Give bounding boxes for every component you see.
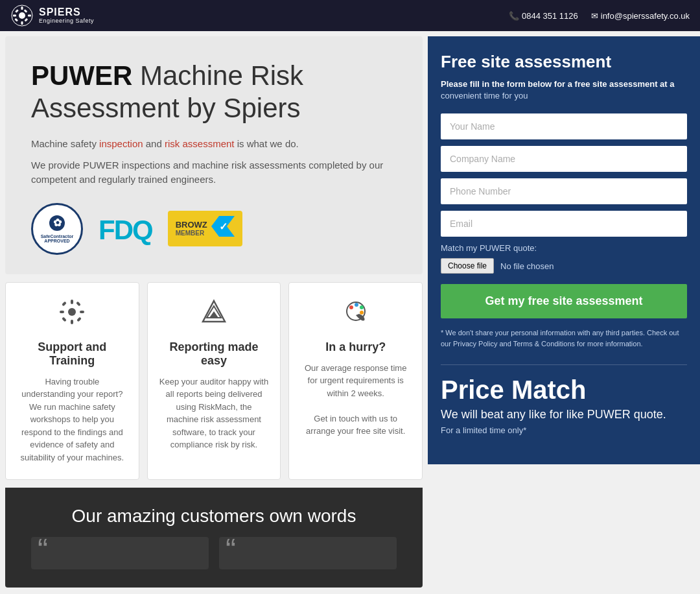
- svg-text:✿: ✿: [53, 217, 62, 228]
- right-sidebar: Free site assessment Please fill in the …: [428, 36, 700, 464]
- form-title: Free site assessment: [441, 52, 687, 72]
- logo-icon: [10, 4, 34, 27]
- gear-card-icon: [58, 298, 86, 331]
- svg-rect-16: [71, 320, 73, 324]
- card-support-title: Support and Training: [18, 340, 127, 368]
- email-address: info@spierssafety.co.uk: [601, 11, 690, 21]
- phone-icon: 📞: [509, 11, 519, 21]
- card-hurry-body: Our average response time for urgent req…: [301, 362, 410, 438]
- company-input[interactable]: [441, 146, 687, 172]
- form-subtitle-bold: Please fill in the form below for a free…: [441, 79, 675, 89]
- topbar: SPIERS Engineering Safety 📞 0844 351 112…: [0, 0, 700, 31]
- brand-name: SPIERS: [39, 6, 94, 18]
- file-choose-button[interactable]: Choose file: [441, 258, 494, 274]
- svg-rect-21: [76, 301, 81, 306]
- card-hurry-title: In a hurry?: [325, 340, 386, 354]
- browz-text: BROWZ MEMBER: [176, 220, 207, 237]
- svg-rect-2: [21, 6, 23, 10]
- card-reporting-title: Reporting made easy: [159, 340, 269, 368]
- logo-area: SPIERS Engineering Safety: [10, 4, 94, 27]
- price-match-title: Price Match: [441, 377, 687, 403]
- description-text: We provide PUWER inspections and machine…: [31, 158, 397, 187]
- name-input[interactable]: [441, 113, 687, 139]
- form-subtitle: Please fill in the form below for a free…: [441, 78, 687, 102]
- price-match-section: Price Match We will beat any like for li…: [441, 364, 687, 435]
- browz-label: BROWZ: [176, 220, 207, 230]
- privacy-note: * We don't share your personal informati…: [441, 327, 687, 349]
- email-icon: ✉: [591, 11, 598, 21]
- svg-point-28: [355, 303, 358, 307]
- heading-bold: PUWER: [31, 60, 132, 91]
- phone-input[interactable]: [441, 178, 687, 204]
- email-input[interactable]: [441, 211, 687, 237]
- privacy-text: * We don't share your personal informati…: [441, 329, 679, 348]
- file-label: No file chosen: [500, 261, 554, 271]
- submit-button[interactable]: Get my free site assessment: [441, 284, 687, 318]
- card-reporting-body: Keep your auditor happy with all reports…: [159, 375, 269, 451]
- risk-assessment-link[interactable]: risk assessment: [165, 138, 235, 149]
- fdq-badge: FDQ: [99, 211, 152, 246]
- svg-rect-15: [71, 300, 73, 304]
- email-contact: ✉ info@spierssafety.co.uk: [591, 11, 690, 21]
- safe-contractor-icon: ✿: [48, 214, 66, 232]
- card-support: Support and Training Having trouble unde…: [5, 282, 139, 481]
- browz-member: MEMBER: [176, 230, 207, 237]
- svg-rect-20: [76, 316, 82, 322]
- main-layout: PUWER Machine Risk Assessment by Spiers …: [0, 31, 700, 588]
- card-hurry: In a hurry? Our average response time fo…: [288, 282, 423, 481]
- svg-rect-19: [62, 301, 67, 306]
- svg-rect-18: [80, 311, 84, 313]
- browz-badge: BROWZ MEMBER ✓: [168, 211, 242, 246]
- phone-number: 0844 351 1126: [522, 11, 578, 21]
- logo-text: SPIERS Engineering Safety: [39, 6, 94, 24]
- pyramid-card-icon: [200, 298, 228, 331]
- badges-row: ✿ SafeContractorAPPROVED FDQ BROWZ MEMBE…: [31, 203, 397, 255]
- svg-point-14: [68, 308, 76, 316]
- card-support-body: Having trouble understanding your report…: [18, 375, 127, 464]
- fdq-text: FD: [99, 215, 132, 245]
- svg-point-27: [349, 305, 353, 309]
- testimonial-1: [31, 537, 209, 569]
- svg-rect-3: [21, 21, 23, 25]
- file-upload-row: Choose file No file chosen: [441, 258, 687, 274]
- price-match-note: For a limited time only*: [441, 425, 687, 435]
- cards-section: Support and Training Having trouble unde…: [0, 274, 428, 488]
- main-heading: PUWER Machine Risk Assessment by Spiers: [31, 60, 397, 125]
- svg-rect-4: [13, 15, 16, 17]
- tagline: Machine safety inspection and risk asses…: [31, 138, 397, 149]
- svg-point-30: [360, 311, 364, 315]
- left-content: PUWER Machine Risk Assessment by Spiers …: [0, 31, 428, 588]
- testimonials-row: [31, 537, 397, 569]
- testimonial-2: [219, 537, 397, 569]
- inspection-link[interactable]: inspection: [99, 138, 143, 149]
- svg-rect-5: [28, 15, 31, 17]
- card-reporting: Reporting made easy Keep your auditor ha…: [147, 282, 281, 481]
- palette-card-icon: [342, 298, 369, 331]
- brand-sub: Engineering Safety: [39, 18, 94, 25]
- svg-point-1: [19, 12, 25, 19]
- phone-contact: 📞 0844 351 1126: [509, 11, 578, 21]
- form-subtitle-rest: convenient time for you: [441, 91, 528, 101]
- match-label: Match my PUWER quote:: [441, 243, 687, 253]
- bottom-banner: Our amazing customers own words: [5, 488, 423, 588]
- svg-text:✓: ✓: [218, 221, 227, 232]
- svg-rect-22: [62, 316, 67, 322]
- hero-section: PUWER Machine Risk Assessment by Spiers …: [5, 36, 423, 274]
- testimonials-heading: Our amazing customers own words: [31, 506, 397, 527]
- price-match-description: We will beat any like for like PUWER quo…: [441, 408, 687, 422]
- svg-rect-17: [60, 311, 64, 313]
- fdq-q: Q: [132, 215, 152, 245]
- safe-badge-label: SafeContractorAPPROVED: [41, 234, 74, 243]
- browz-check-icon: ✓: [211, 216, 235, 241]
- safe-contractor-badge: ✿ SafeContractorAPPROVED: [31, 203, 83, 255]
- svg-point-29: [360, 305, 364, 309]
